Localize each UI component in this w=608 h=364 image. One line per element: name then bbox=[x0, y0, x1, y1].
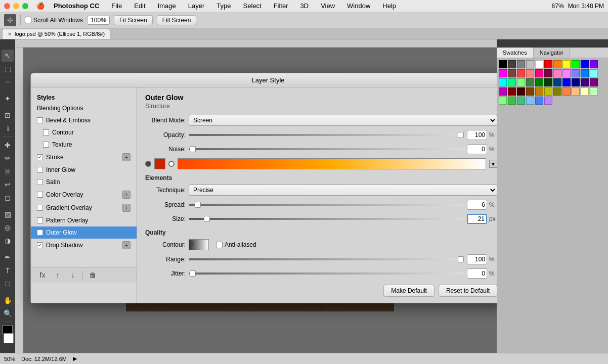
anti-aliased-label[interactable]: Anti-aliased bbox=[216, 241, 256, 248]
range-input[interactable] bbox=[467, 254, 487, 264]
menu-window[interactable]: Window bbox=[344, 1, 373, 11]
style-gradient-overlay[interactable]: Gradient Overlay + bbox=[31, 201, 137, 214]
styles-header-item[interactable]: Styles bbox=[31, 92, 137, 102]
inner-glow-checkbox[interactable] bbox=[37, 167, 43, 173]
color-swatch[interactable] bbox=[553, 60, 561, 68]
color-swatch[interactable] bbox=[526, 69, 534, 77]
menu-help[interactable]: Help bbox=[379, 1, 399, 11]
noise-input[interactable] bbox=[467, 144, 487, 154]
maximize-button[interactable] bbox=[22, 3, 28, 9]
menu-layer[interactable]: Layer bbox=[185, 1, 208, 11]
crop-tool[interactable]: ⊡ bbox=[2, 109, 14, 121]
color-swatch[interactable] bbox=[553, 87, 561, 96]
spread-input[interactable] bbox=[467, 200, 487, 210]
scroll-all-windows-checkbox[interactable]: Scroll All Windows bbox=[25, 17, 83, 24]
color-swatch[interactable] bbox=[499, 78, 507, 86]
color-swatch[interactable] bbox=[562, 60, 571, 68]
style-outer-glow[interactable]: Outer Glow bbox=[31, 226, 137, 239]
style-contour[interactable]: Contour bbox=[31, 126, 137, 139]
color-swatch[interactable] bbox=[535, 78, 543, 86]
blur-tool[interactable]: ◎ bbox=[2, 221, 14, 234]
color-swatch[interactable] bbox=[526, 60, 534, 68]
stroke-checkbox[interactable] bbox=[37, 154, 43, 160]
canvas-area[interactable]: RRCG 人人素材 人人素材 RRCG Ain Mir Layer St bbox=[15, 48, 497, 353]
style-bevel-emboss[interactable]: Bevel & Emboss bbox=[31, 114, 137, 126]
color-swatch[interactable] bbox=[535, 60, 543, 68]
document-tab[interactable]: ✕ logo.psd @ 50% (Ellipse 1, RGB/8#) bbox=[2, 29, 110, 39]
apple-menu[interactable]: 🍎 bbox=[36, 2, 45, 10]
eraser-tool[interactable]: ◻ bbox=[2, 192, 14, 204]
style-drop-shadow[interactable]: Drop Shadow + bbox=[31, 239, 137, 252]
range-slider[interactable] bbox=[189, 258, 465, 260]
color-swatch[interactable] bbox=[517, 97, 525, 105]
zoom-tool[interactable]: 🔍 bbox=[2, 307, 14, 320]
anti-aliased-checkbox[interactable] bbox=[216, 242, 223, 248]
size-slider-thumb[interactable] bbox=[204, 216, 210, 222]
selection-tool[interactable]: ⬚ bbox=[2, 63, 14, 75]
size-slider[interactable] bbox=[189, 218, 465, 220]
gradient-color-radio[interactable] bbox=[168, 161, 175, 167]
color-swatch[interactable] bbox=[562, 78, 571, 86]
color-swatch[interactable] bbox=[526, 87, 534, 96]
menu-3d[interactable]: 3D bbox=[297, 1, 312, 11]
texture-checkbox[interactable] bbox=[43, 142, 49, 148]
zoom-input[interactable] bbox=[87, 16, 110, 25]
stroke-add-btn[interactable]: + bbox=[122, 153, 131, 161]
drop-shadow-add-btn[interactable]: + bbox=[122, 241, 131, 249]
jitter-input[interactable] bbox=[467, 268, 487, 279]
gradient-overlay-add-btn[interactable]: + bbox=[122, 204, 131, 212]
satin-checkbox[interactable] bbox=[37, 179, 43, 185]
fx-button[interactable]: fx bbox=[37, 269, 48, 281]
brush-tool[interactable]: ✏ bbox=[2, 152, 14, 164]
color-swatch[interactable] bbox=[526, 78, 534, 86]
color-swatch[interactable] bbox=[581, 60, 589, 68]
heal-tool[interactable]: ✚ bbox=[2, 139, 14, 151]
color-overlay-add-btn[interactable]: + bbox=[122, 191, 131, 199]
move-up-button[interactable]: ↑ bbox=[52, 269, 63, 281]
technique-select[interactable]: Precise Softer bbox=[189, 185, 497, 196]
color-swatch[interactable] bbox=[553, 78, 561, 86]
contour-preview[interactable]: ▼ bbox=[189, 239, 209, 250]
delete-button[interactable]: 🗑 bbox=[87, 269, 98, 281]
color-swatch[interactable] bbox=[499, 69, 507, 77]
swatches-tab[interactable]: Swatches bbox=[497, 48, 534, 58]
range-slider-thumb[interactable] bbox=[458, 256, 464, 262]
menu-view[interactable]: View bbox=[318, 1, 338, 11]
color-swatch[interactable] bbox=[517, 69, 525, 77]
background-color[interactable] bbox=[4, 333, 14, 343]
color-swatch[interactable] bbox=[572, 87, 580, 96]
color-swatch[interactable] bbox=[508, 60, 516, 68]
style-texture[interactable]: Texture bbox=[31, 139, 137, 151]
color-overlay-checkbox[interactable] bbox=[37, 192, 43, 198]
move-down-button[interactable]: ↓ bbox=[67, 269, 78, 281]
color-swatch[interactable] bbox=[544, 87, 552, 96]
color-swatch[interactable] bbox=[572, 60, 580, 68]
color-swatch[interactable] bbox=[499, 87, 507, 96]
menu-image[interactable]: Image bbox=[155, 1, 179, 11]
style-inner-glow[interactable]: Inner Glow bbox=[31, 164, 137, 176]
outer-glow-checkbox[interactable] bbox=[37, 230, 43, 236]
bevel-checkbox[interactable] bbox=[37, 117, 43, 123]
color-swatch[interactable] bbox=[535, 97, 543, 105]
dodge-tool[interactable]: ◑ bbox=[2, 235, 14, 247]
noise-slider[interactable] bbox=[189, 148, 465, 150]
shape-tool[interactable]: □ bbox=[2, 278, 14, 290]
color-swatch[interactable] bbox=[517, 78, 525, 86]
color-swatch[interactable] bbox=[535, 69, 543, 77]
color-swatch[interactable] bbox=[508, 87, 516, 96]
color-swatch[interactable] bbox=[544, 97, 552, 105]
color-swatch[interactable] bbox=[562, 69, 571, 77]
color-swatch[interactable] bbox=[553, 69, 561, 77]
color-swatch[interactable] bbox=[517, 60, 525, 68]
style-satin[interactable]: Satin bbox=[31, 176, 137, 188]
spread-slider[interactable] bbox=[189, 204, 465, 206]
color-swatch[interactable] bbox=[499, 60, 507, 68]
scroll-all-checkbox-input[interactable] bbox=[25, 17, 31, 23]
color-swatch[interactable] bbox=[562, 87, 571, 96]
menu-file[interactable]: File bbox=[108, 1, 125, 11]
color-swatch[interactable] bbox=[581, 87, 589, 96]
color-swatch[interactable] bbox=[590, 78, 598, 86]
menu-filter[interactable]: Filter bbox=[271, 1, 291, 11]
magic-wand-tool[interactable]: ✦ bbox=[2, 93, 14, 105]
color-swatch[interactable] bbox=[508, 69, 516, 77]
